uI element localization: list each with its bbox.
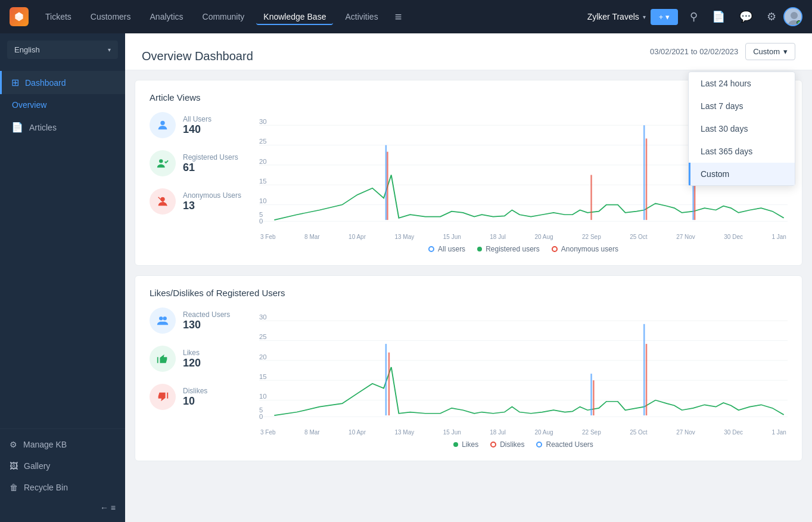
online-status-dot [797, 20, 801, 25]
svg-text:5: 5 [259, 406, 263, 413]
anonymous-users-value: 13 [183, 200, 241, 212]
recycle-bin-icon: 🗑 [10, 483, 18, 492]
period-dropdown: Last 24 hours Last 7 days Last 30 days L… [688, 72, 795, 186]
logo-icon[interactable] [10, 7, 29, 26]
sidebar-gallery[interactable]: 🖼 Gallery [0, 455, 125, 477]
language-selector[interactable]: English ▾ [7, 41, 118, 59]
org-chevron-icon: ▾ [643, 14, 646, 20]
articles-icon: 📄 [11, 122, 23, 133]
date-range: 03/02/2021 to 02/02/2023 [650, 47, 738, 56]
svg-point-27 [159, 316, 163, 320]
svg-text:30: 30 [259, 314, 267, 321]
custom-period-button[interactable]: Custom ▾ [745, 43, 795, 60]
custom-btn-label: Custom [753, 47, 780, 56]
svg-text:10: 10 [259, 393, 267, 400]
svg-text:0: 0 [259, 218, 263, 224]
sidebar-bottom-section: ⚙ Manage KB 🖼 Gallery 🗑 Recycle Bin ← ≡ [0, 428, 125, 522]
all-users-stat: All Users 140 [150, 112, 245, 138]
manage-kb-icon: ⚙ [10, 440, 17, 449]
reacted-users-stat: Reacted Users 130 [150, 307, 245, 334]
svg-point-28 [163, 316, 166, 320]
all-users-value: 140 [183, 123, 211, 136]
svg-text:15: 15 [259, 178, 267, 185]
registered-users-icon [150, 150, 176, 176]
anonymous-users-label: Anonymous Users [183, 191, 241, 200]
dropdown-item-custom[interactable]: Custom [689, 163, 795, 185]
nav-item-analytics[interactable]: Analytics [143, 8, 191, 25]
likes-legend-dot [453, 442, 458, 447]
top-navigation: Tickets Customers Analytics Community Kn… [0, 0, 812, 33]
dropdown-item-last-365d[interactable]: Last 365 days [689, 140, 795, 163]
dislikes-legend-dot [490, 442, 496, 448]
sidebar-recycle-bin[interactable]: 🗑 Recycle Bin [0, 477, 125, 498]
add-button[interactable]: + ▾ [651, 9, 678, 25]
likes-stat: Likes 120 [150, 346, 245, 372]
likes-dislikes-chart: 30 25 20 15 10 5 0 [259, 307, 788, 449]
notification-icon[interactable]: 📄 [710, 8, 727, 26]
settings-icon[interactable]: ⚙ [764, 8, 779, 26]
likes-dislikes-section: Likes/Dislikes of Registered Users [135, 275, 802, 461]
page-header: Overview Dashboard 03/02/2021 to 02/02/2… [125, 33, 812, 70]
anonymous-users-icon [150, 188, 176, 215]
likes-value: 120 [183, 357, 201, 369]
dashboard-icon: ⊞ [11, 77, 19, 88]
anonymous-users-legend-dot [552, 246, 558, 252]
legend-registered-users: Registered users [477, 245, 540, 253]
all-users-legend-dot [428, 246, 434, 252]
dislikes-icon [150, 384, 176, 410]
svg-text:25: 25 [259, 138, 267, 145]
org-selector[interactable]: Zylker Travels ▾ [587, 12, 646, 21]
registered-users-legend-dot [477, 247, 482, 251]
reacted-users-icon [150, 307, 176, 334]
header-right: 03/02/2021 to 02/02/2023 Custom ▾ Last 2… [650, 43, 795, 70]
likes-dislikes-stats: Reacted Users 130 Likes [150, 307, 245, 410]
svg-text:15: 15 [259, 374, 267, 380]
lang-label: English [14, 45, 40, 54]
dislikes-label: Dislikes [183, 387, 207, 395]
nav-item-tickets[interactable]: Tickets [38, 8, 79, 25]
svg-text:25: 25 [259, 334, 267, 340]
nav-item-activities[interactable]: Activities [338, 8, 385, 25]
page-title: Overview Dashboard [142, 49, 253, 63]
nav-item-customers[interactable]: Customers [83, 8, 138, 25]
sidebar-collapse-button[interactable]: ← ≡ [0, 498, 125, 517]
reacted-users-legend-dot [536, 442, 542, 448]
sidebar: English ▾ ⊞ Dashboard Overview 📄 Article… [0, 33, 125, 522]
search-icon[interactable]: ⚲ [687, 8, 700, 26]
recycle-bin-label: Recycle Bin [24, 483, 68, 492]
sidebar-manage-kb[interactable]: ⚙ Manage KB [0, 434, 125, 455]
dislikes-value: 10 [183, 395, 207, 408]
reacted-users-value: 130 [183, 319, 230, 331]
legend-dislikes: Dislikes [490, 440, 524, 449]
nav-item-community[interactable]: Community [195, 8, 252, 25]
legend-all-users: All users [428, 245, 465, 253]
legend-reacted-users: Reacted Users [536, 440, 593, 449]
article-views-legend: All users Registered users Anonymous use… [259, 245, 788, 253]
sidebar-item-dashboard[interactable]: ⊞ Dashboard [0, 71, 125, 94]
dropdown-item-last-7d[interactable]: Last 7 days [689, 95, 795, 117]
org-name: Zylker Travels [587, 12, 639, 21]
sidebar-item-articles[interactable]: 📄 Articles [0, 116, 125, 139]
sidebar-main-section: ⊞ Dashboard Overview 📄 Articles [0, 66, 125, 144]
svg-point-5 [160, 197, 164, 201]
reacted-users-label: Reacted Users [183, 310, 230, 319]
svg-point-3 [160, 121, 164, 125]
article-views-stats: All Users 140 [150, 112, 245, 215]
svg-text:5: 5 [259, 211, 263, 218]
sidebar-item-articles-label: Articles [29, 123, 57, 132]
dropdown-item-last-30d[interactable]: Last 30 days [689, 117, 795, 140]
sidebar-item-overview[interactable]: Overview [0, 94, 125, 116]
all-users-icon [150, 112, 176, 138]
likes-label: Likes [183, 349, 201, 357]
likes-icon [150, 346, 176, 372]
svg-text:20: 20 [259, 158, 267, 164]
chat-icon[interactable]: 💬 [737, 8, 755, 26]
more-nav-icon[interactable]: ≡ [390, 8, 407, 26]
likes-dislikes-legend: Likes Dislikes Reacted Users [259, 440, 788, 449]
avatar[interactable] [783, 7, 802, 26]
manage-kb-label: Manage KB [23, 440, 67, 449]
main-content: Overview Dashboard 03/02/2021 to 02/02/2… [125, 33, 812, 522]
dropdown-item-last-24h[interactable]: Last 24 hours [689, 72, 795, 95]
nav-item-knowledge-base[interactable]: Knowledge Base [256, 8, 333, 25]
svg-text:0: 0 [259, 413, 263, 420]
